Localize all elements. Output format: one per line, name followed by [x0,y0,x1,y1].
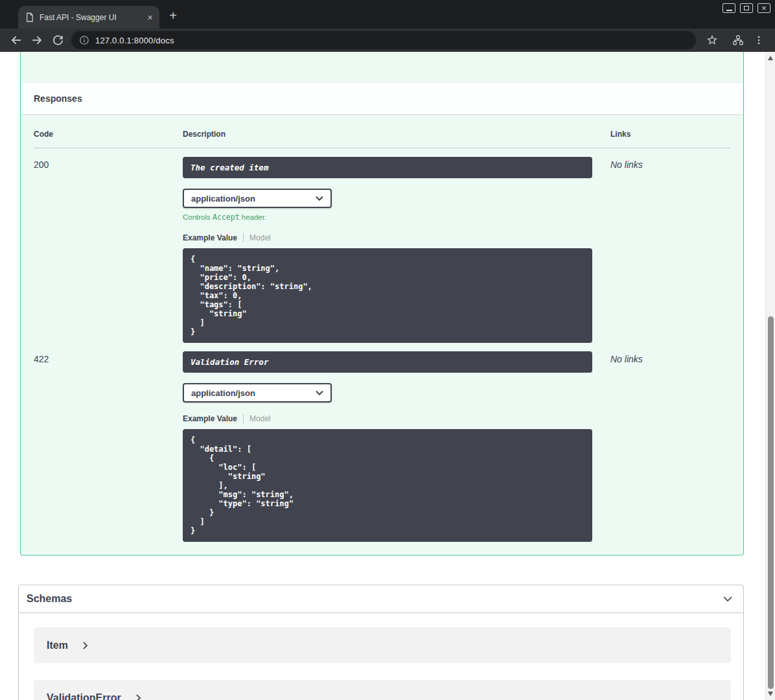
example-model-tabs: Example Value Model [183,414,610,423]
browser-menu-button[interactable] [749,30,769,50]
accept-header-note: Controls Accept header. [183,213,610,222]
site-info-icon[interactable] [79,35,89,45]
page-scrollbar[interactable] [765,52,775,700]
refresh-icon [52,34,64,47]
response-code: 422 [34,351,183,542]
chevron-right-icon [82,641,89,650]
chevron-down-icon [316,390,323,395]
browser-toolbar: 127.0.0.1:8000/docs [0,29,775,52]
maximize-icon [744,6,749,10]
tab-separator [243,233,244,242]
example-model-tabs: Example Value Model [183,233,610,242]
opblock-spacer [21,52,743,82]
example-json-block: { "detail": [ { "loc": [ "string" ], "ms… [183,429,592,542]
docs-page: Responses Code Description Links 200 The… [0,52,775,700]
schemas-section: Schemas Item ValidationError [18,585,744,700]
browser-tab[interactable]: Fast API - Swagger UI × [18,6,159,29]
tab-title: Fast API - Swagger UI [40,13,142,22]
schema-item[interactable]: Item [34,627,731,663]
media-type-value: application/json [191,194,255,204]
back-button[interactable] [6,30,26,50]
header-code: Code [34,130,183,139]
tab-model[interactable]: Model [249,414,271,423]
response-links: No links [610,351,730,542]
tab-separator [243,414,244,423]
response-description-cell: The created item application/json Contro… [183,157,610,343]
star-icon [706,34,718,46]
address-bar[interactable]: 127.0.0.1:8000/docs [71,31,696,49]
window-minimize-button[interactable] [723,3,735,13]
media-type-select[interactable]: application/json [183,383,332,402]
extensions-icon [732,34,744,46]
response-description: The created item [183,157,592,178]
scrollbar-thumb[interactable] [768,316,774,689]
tab-example-value[interactable]: Example Value [183,414,237,423]
media-type-select[interactable]: application/json [183,189,332,208]
response-description: Validation Error [183,351,592,373]
page-favicon-icon [25,12,34,22]
header-description: Description [183,130,610,139]
header-links: Links [610,130,730,139]
endpoint-opblock: Responses Code Description Links 200 The… [20,52,744,555]
url-text[interactable]: 127.0.0.1:8000/docs [95,36,174,45]
response-description-cell: Validation Error application/json Exampl… [183,351,610,542]
schemas-title: Schemas [27,593,72,605]
responses-table-header: Code Description Links [34,130,730,148]
chevron-down-icon [316,196,323,201]
close-icon: × [761,5,767,12]
example-json-block: { "name": "string", "price": 0, "descrip… [183,248,592,343]
refresh-button[interactable] [48,30,67,50]
new-tab-button[interactable]: + [163,6,183,25]
responses-section-header: Responses [21,82,743,114]
browser-tabstrip: Fast API - Swagger UI × + × [0,0,775,29]
chevron-right-icon [135,694,142,700]
window-controls: × [723,3,770,13]
forward-arrow-icon [30,34,43,47]
schemas-header[interactable]: Schemas [19,585,743,613]
responses-title: Responses [34,93,82,104]
scroll-down-icon[interactable] [768,692,773,696]
bookmark-button[interactable] [702,30,722,50]
response-links: No links [610,157,730,343]
tab-model[interactable]: Model [249,233,271,242]
response-row-200: 200 The created item application/json Co… [34,148,730,343]
window-close-button[interactable]: × [758,3,770,13]
minimize-icon [726,10,732,11]
window-maximize-button[interactable] [740,3,753,13]
response-code: 200 [34,157,183,343]
extensions-button[interactable] [728,30,748,50]
scroll-up-icon[interactable] [768,56,773,60]
chevron-down-icon[interactable] [721,592,734,605]
response-row-422: 422 Validation Error application/json Ex… [34,343,730,542]
schema-item-title: Item [47,640,68,651]
responses-table: Code Description Links 200 The created i… [21,114,743,542]
back-arrow-icon [10,34,23,47]
schema-validation-error[interactable]: ValidationError [34,680,731,700]
tab-example-value[interactable]: Example Value [183,233,237,242]
media-type-value: application/json [191,388,255,398]
tab-close-icon[interactable]: × [147,12,153,22]
schema-validation-error-title: ValidationError [47,692,121,700]
kebab-menu-icon [754,35,764,45]
forward-button[interactable] [27,30,47,50]
